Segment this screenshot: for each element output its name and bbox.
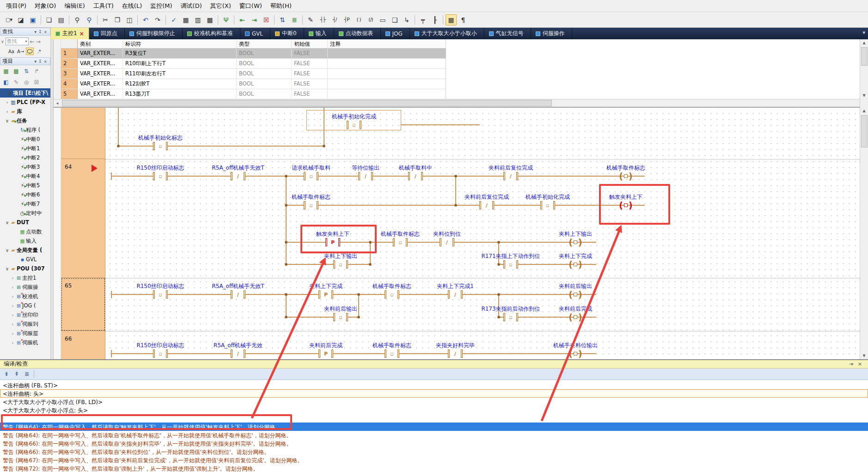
scrollbar-thumb[interactable] [861, 47, 868, 66]
tree-item[interactable]: ∨ 全局变量 ( [0, 245, 50, 255]
compile-all-icon[interactable]: ▥ [192, 14, 203, 25]
network-number-cell[interactable]: 65 [61, 278, 105, 331]
add-pou-icon[interactable]: ▦ [2, 67, 10, 75]
identifier-cell[interactable]: R13墨刀T [123, 89, 237, 99]
category-cell[interactable]: VAR_EXTER... [78, 89, 123, 99]
export-icon[interactable]: ❏ [43, 14, 55, 25]
menu-online[interactable]: 在线(L) [118, 0, 146, 12]
match-word-button[interactable]: A→ [17, 48, 24, 55]
separator[interactable] [97, 15, 98, 25]
panel-menu-icon[interactable]: ▾ [33, 30, 37, 34]
move-network-icon[interactable]: ⇅ [277, 14, 288, 25]
contact-symbol[interactable]: / [408, 172, 423, 180]
type-cell[interactable]: BOOL [237, 59, 292, 68]
tree-item[interactable]: 中断1 [0, 144, 50, 153]
tab-minmax-select[interactable]: 大于大取大小于小取小 [410, 28, 484, 39]
tree-item[interactable]: ∨ DUT [0, 218, 50, 227]
wildcard-button[interactable]: .* [35, 48, 43, 55]
contact-symbol[interactable]: P [318, 290, 333, 299]
jump-tool-icon[interactable]: ↳ [401, 14, 412, 25]
row-number-cell[interactable]: 1 [61, 49, 78, 58]
open-project-icon[interactable]: ◪ [15, 14, 26, 25]
contact-symbol[interactable]: ▫ [503, 260, 518, 269]
table-row[interactable]: 2 VAR_EXTER... R10印刷上下行T BOOL FALSE [61, 59, 446, 69]
separator[interactable] [165, 15, 166, 25]
message-row[interactable]: <连杆曲柄: 头> [0, 389, 868, 398]
coil-tool-icon[interactable]: ( ) [353, 14, 364, 25]
category-cell[interactable]: VAR_EXTER... [78, 49, 123, 58]
tab-close-icon[interactable]: × [79, 31, 84, 37]
menu-tools[interactable]: 工具(T) [89, 0, 118, 12]
tab-cylinder-no-signal[interactable]: 气缸无信号 [484, 28, 531, 39]
insert-network-icon[interactable]: ⇤ [237, 14, 248, 25]
tree-item[interactable]: 定时中 [0, 208, 50, 218]
save-project-icon[interactable]: ▣ [27, 14, 38, 25]
chevron-down-icon[interactable]: ∨ [1, 39, 4, 44]
separator[interactable] [274, 15, 275, 25]
close-icon[interactable]: × [43, 59, 48, 64]
menu-debug[interactable]: 调试(D) [177, 0, 206, 12]
match-case-button[interactable]: Aa [7, 48, 15, 55]
edit-item-icon[interactable]: ✎ [12, 78, 20, 86]
tab-home-origin[interactable]: 回原点 [89, 28, 125, 39]
menu-window[interactable]: 窗口(W) [235, 0, 266, 12]
tab-input[interactable]: 输入 [304, 28, 334, 39]
message-row[interactable]: 警告 (网格67): 在同一网格中写入、然后读取自'夹料前后复位完成'，从一开始… [0, 456, 868, 464]
expander-icon[interactable]: › [5, 100, 10, 105]
contact-symbol[interactable]: ▫ [304, 201, 318, 209]
tree-item[interactable]: 项目 [E:\松下\ [0, 88, 50, 98]
print-icon[interactable]: ▤ [55, 14, 67, 25]
contact-symbol[interactable]: / [448, 290, 463, 299]
combo-caret-icon[interactable]: ▾ [25, 39, 27, 43]
expander-icon[interactable]: › [10, 340, 15, 345]
tab-jog[interactable]: JOG [381, 28, 410, 39]
menu-edit[interactable]: 编辑(E) [60, 0, 89, 12]
tab-servo-limit-stop[interactable]: 伺服到极限停止 [125, 28, 183, 39]
online-mode-icon[interactable]: Ψ [220, 14, 232, 25]
close-output-icon[interactable]: × [856, 361, 864, 367]
paste-icon[interactable]: ◫ [124, 14, 135, 25]
coil-n-tool-icon[interactable]: (/) [365, 14, 376, 25]
menu-monitor[interactable]: 监控(M) [146, 0, 176, 12]
tree-item[interactable]: GVL [0, 255, 50, 264]
coil-symbol[interactable]: () [617, 172, 635, 180]
contact-symbol[interactable]: / [358, 172, 373, 180]
comment-cell[interactable] [328, 89, 446, 99]
category-cell[interactable]: VAR_EXTER... [78, 59, 123, 68]
delete-network-icon[interactable]: ☒ [261, 14, 272, 25]
tree-item[interactable]: › JOG ( [0, 301, 50, 310]
show-marks-toggle-icon[interactable]: ¶ [458, 14, 469, 25]
contact-symbol[interactable]: / [440, 238, 454, 246]
copy-messages-icon[interactable]: ⇞ [12, 369, 21, 379]
rebuild-icon[interactable]: ▩ [204, 14, 215, 25]
message-row[interactable] [0, 414, 868, 423]
menu-object[interactable]: 对象(O) [31, 0, 60, 12]
contact-symbol[interactable]: / [479, 201, 494, 209]
contact-p-tool-icon[interactable]: ┤P [341, 14, 352, 25]
tab-interrupt0[interactable]: 中断0 [270, 28, 304, 39]
contact-tool-icon[interactable]: ┤├ [317, 14, 328, 25]
tree-item[interactable]: › 主控1 [0, 273, 50, 282]
row-number-cell[interactable]: 2 [61, 59, 78, 68]
expander-icon[interactable]: › [10, 276, 15, 281]
pencil-tool-icon[interactable]: ✎ [305, 14, 316, 25]
contact-symbol[interactable]: ▫ [385, 290, 399, 299]
separator[interactable] [41, 15, 41, 25]
contact-symbol[interactable]: ▫ [393, 238, 408, 246]
network-number-cell[interactable]: 64 [61, 159, 105, 278]
expander-icon[interactable]: › [10, 331, 15, 336]
type-cell[interactable]: BOOL [237, 79, 292, 89]
network-number-cell[interactable]: 66 [61, 331, 105, 359]
tree-item[interactable]: 程序 ( [0, 125, 50, 135]
find-icon[interactable]: ⚲ [72, 14, 83, 25]
tab-jog-data-table[interactable]: 点动数据表 [334, 28, 381, 39]
scroll-down-icon[interactable]: ▼ [861, 92, 868, 99]
expander-icon[interactable]: › [10, 303, 15, 308]
contact-symbol[interactable]: ▫ [333, 313, 348, 321]
tree-item[interactable]: 中断6 [0, 190, 50, 199]
expander-icon[interactable]: ∨ [5, 118, 10, 123]
close-icon[interactable]: × [43, 30, 48, 34]
menu-project[interactable]: 项目(P) [2, 0, 31, 12]
new-project-icon[interactable]: ▢▾ [3, 14, 14, 25]
separator[interactable] [415, 15, 415, 25]
